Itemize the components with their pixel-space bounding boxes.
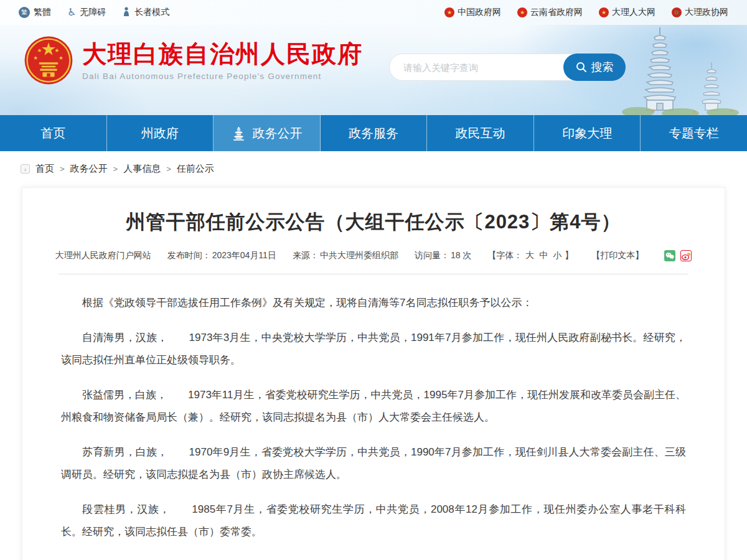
breadcrumb-home[interactable]: 首页 [35,163,54,175]
accessibility-mode-toggle[interactable]: ♿ 无障碍 [67,7,106,18]
meta-visits-label: 访问量： [415,250,449,261]
traditional-chinese-label: 繁體 [34,7,51,18]
traditional-chinese-toggle[interactable]: 繁 繁體 [19,7,51,18]
breadcrumb-separator: > [113,164,118,174]
meta-publish-time-label: 发布时间： [167,250,211,261]
link-china-gov[interactable]: ★ 中国政府网 [444,7,501,18]
national-emblem-logo: ★ ★ ★ ★ [24,35,73,85]
link-dali-cppcc[interactable]: ✿ 大理政协网 [672,7,728,18]
nav-home[interactable]: 首页 [0,115,107,151]
breadcrumb-location-icon: › [21,164,30,174]
font-size-large-button[interactable]: 大 [524,250,536,261]
accessibility-label: 无障碍 [80,7,106,18]
breadcrumb-personnel-info[interactable]: 人事信息 [123,163,161,175]
article-paragraph: 张益儒男，白族， 1973年11月生，省委党校研究生学历，中共党员，1995年7… [61,384,686,429]
link-dali-npc[interactable]: ★ 大理人大网 [599,7,655,18]
font-size-small-button[interactable]: 小 [551,250,563,261]
font-size-close: 】 [565,250,573,261]
wechat-share-icon[interactable] [664,250,675,261]
elder-mode-icon [122,7,131,19]
weibo-share-icon[interactable] [680,250,692,261]
svg-text:★: ★ [37,47,42,54]
svg-text:★: ★ [59,55,63,61]
meta-source: 来源： 中共大理州委组织部 [293,250,398,261]
nav-impression-dali[interactable]: 印象大理 [534,115,641,151]
meta-source-label: 来源： [293,250,319,261]
article-paragraph: 段雲桂男，汉族， 1985年7月生，省委党校研究生学历，中共党员，2008年12… [61,498,686,543]
link-china-gov-label: 中国政府网 [458,7,501,18]
article-paragraph: 王 聪男，白族， 1986年10月生，大学学历，中共党员，2010年9月参加工作… [61,556,686,560]
accessibility-links: 繁 繁體 ♿ 无障碍 长者模式 [19,7,169,19]
breadcrumb: › 首页 > 政务公开 > 人事信息 > 任前公示 [0,151,747,185]
article-card: 州管干部任前公示公告（大组干任公示〔2023〕第4号） 大理州人民政府门户网站 … [22,187,725,560]
nav-home-label: 首页 [40,125,65,142]
nav-special-columns-label: 专题专栏 [669,125,719,142]
site-logo-area[interactable]: ★ ★ ★ ★ 大理白族自治州人民政府 Dali Bai Autonomous … [24,35,363,85]
article-title: 州管干部任前公示公告（大组干任公示〔2023〕第4号） [40,209,707,235]
meta-visits: 访问量： 18 次 [415,250,471,261]
nav-gov-services[interactable]: 政务服务 [321,115,428,151]
site-title: 大理白族自治州人民政府 [82,40,363,69]
pagoda-icon [231,126,247,141]
accessibility-icon: ♿ [67,7,76,17]
article-body: 根据《党政领导干部选拔任用工作条例》及有关规定，现将自清海等7名同志拟任职务予以… [40,274,707,560]
national-emblem-icon: ★ [517,7,527,17]
utility-topbar: 繁 繁體 ♿ 无障碍 长者模式 ★ 中国政府网 ★ 云南省政府网 ★ 大理人大网… [0,0,747,25]
nav-gov-disclosure-label: 政务公开 [252,125,302,142]
svg-text:★: ★ [55,47,60,54]
link-dali-cppcc-label: 大理政协网 [685,7,728,18]
nav-public-interaction[interactable]: 政民互动 [427,115,534,151]
cppcc-emblem-icon: ✿ [672,7,682,17]
meta-publish-time-value: 2023年04月11日 [212,250,276,261]
article-meta: 大理州人民政府门户网站 发布时间： 2023年04月11日 来源： 中共大理州委… [40,250,707,261]
site-header: ★ ★ ★ ★ 大理白族自治州人民政府 Dali Bai Autonomous … [0,25,747,115]
three-pagodas-artwork [601,25,747,115]
breadcrumb-gov-disclosure[interactable]: 政务公开 [70,163,108,175]
link-yunnan-gov[interactable]: ★ 云南省政府网 [517,7,583,18]
nav-prefecture-gov[interactable]: 州政府 [107,115,214,151]
site-search: 搜索 [389,54,626,81]
nav-public-interaction-label: 政民互动 [456,125,505,142]
traditional-chinese-icon: 繁 [19,7,30,18]
article-paragraph: 自清海男，汉族， 1973年3月生，中央党校大学学历，中共党员，1991年7月参… [61,327,686,371]
elder-mode-label: 长者模式 [134,7,169,18]
font-size-medium-button[interactable]: 中 [537,250,550,261]
site-subtitle: Dali Bai Autonomous Prefecture People's … [82,72,363,81]
link-yunnan-gov-label: 云南省政府网 [530,7,583,18]
elder-mode-toggle[interactable]: 长者模式 [122,7,169,19]
link-dali-npc-label: 大理人大网 [612,7,655,18]
main-nav: 首页 州政府 政务公开 政务服务 政民互动 印象大理 专题专栏 [0,115,747,151]
breadcrumb-separator: > [60,164,65,174]
nav-prefecture-gov-label: 州政府 [141,125,179,142]
font-size-controls: 【字体： 大 中 小 】 [487,250,573,261]
meta-visits-value: 18 次 [451,250,471,261]
national-emblem-icon: ★ [444,7,454,17]
article-paragraph: 根据《党政领导干部选拔任用工作条例》及有关规定，现将自清海等7名同志拟任职务予以… [61,292,686,314]
breadcrumb-current-page: 任前公示 [177,163,214,175]
font-size-open: 【字体： [487,250,522,261]
article-paragraph: 苏育新男，白族， 1970年9月生，省委党校大学学历，中共党员，1990年7月参… [61,441,686,486]
print-text-button[interactable]: 【打印文本】 [590,250,646,261]
svg-text:★: ★ [33,55,38,61]
nav-impression-dali-label: 印象大理 [562,125,612,142]
meta-source-value: 中共大理州委组织部 [320,250,398,261]
national-emblem-icon: ★ [599,7,609,17]
nav-gov-services-label: 政务服务 [349,125,398,142]
meta-source-site: 大理州人民政府门户网站 [55,250,151,261]
meta-publish-time: 发布时间： 2023年04月11日 [167,250,276,261]
search-icon [576,62,587,73]
nav-gov-disclosure[interactable]: 政务公开 [214,115,321,151]
share-icons [664,250,692,261]
gov-site-links: ★ 中国政府网 ★ 云南省政府网 ★ 大理人大网 ✿ 大理政协网 [444,7,728,18]
nav-special-columns[interactable]: 专题专栏 [641,115,747,151]
breadcrumb-separator: > [166,164,171,174]
